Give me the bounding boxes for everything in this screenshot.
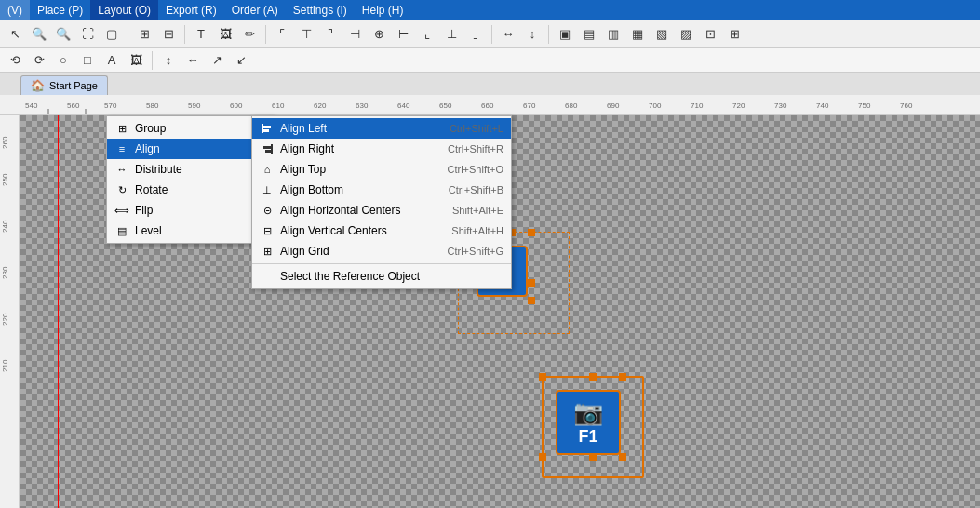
tool-fit[interactable]: ⛶ <box>76 23 99 46</box>
handle-bm-2[interactable] <box>589 453 597 461</box>
distribute-label: Distribute <box>135 163 252 176</box>
tool-more6[interactable]: ▨ <box>675 23 697 46</box>
menu-rotate[interactable]: ↻ Rotate ▶ <box>107 180 273 200</box>
tool-more7[interactable]: ⊡ <box>699 23 721 46</box>
menu-distribute[interactable]: ↔ Distribute ▶ <box>107 159 273 180</box>
align-top-icon: ⌂ <box>260 162 275 177</box>
tool-dist-v[interactable]: ↕ <box>521 23 544 46</box>
menu-layout[interactable]: Layout (O) <box>90 0 158 20</box>
menu-group[interactable]: ⊞ Group ▶ <box>107 118 273 139</box>
sub-tool-3[interactable]: ○ <box>52 49 74 72</box>
tool-align-tc[interactable]: ⊤ <box>295 23 317 46</box>
align-top-item[interactable]: ⌂ Align Top Ctrl+Shift+O <box>252 159 511 180</box>
tool-more2[interactable]: ▤ <box>578 23 600 46</box>
sub-tool-1[interactable]: ⟲ <box>4 49 26 72</box>
svg-text:760: 760 <box>900 101 913 110</box>
sub-tool-7[interactable]: ↕ <box>157 49 180 72</box>
tool-align-mc[interactable]: ⊕ <box>368 23 390 46</box>
tool-more5[interactable]: ▧ <box>651 23 673 46</box>
align-left-item[interactable]: Align Left Ctrl+Shift+L <box>252 118 511 139</box>
handle-tm-2[interactable] <box>589 373 597 381</box>
align-v-center-item[interactable]: ⊟ Align Vertical Centers Shift+Alt+H <box>252 221 511 241</box>
svg-text:580: 580 <box>146 101 159 110</box>
menu-place[interactable]: Place (P) <box>30 0 90 20</box>
tool-align-bc[interactable]: ⊥ <box>440 23 463 46</box>
sub-sep1 <box>152 51 153 70</box>
align-right-label: Align Right <box>280 142 423 155</box>
main-area: 540 560 570 580 590 600 610 620 630 640 … <box>0 95 980 508</box>
menu-help[interactable]: Help (H) <box>355 0 411 20</box>
tool-path[interactable]: ✏ <box>238 23 261 46</box>
start-page-tab[interactable]: 🏠 Start Page <box>20 75 108 95</box>
align-right-item[interactable]: Align Right Ctrl+Shift+R <box>252 139 511 159</box>
handle-br-1[interactable] <box>528 297 535 304</box>
rotate-icon: ↻ <box>114 182 129 197</box>
tool-ungroup[interactable]: ⊟ <box>157 23 180 46</box>
tool-group[interactable]: ⊞ <box>133 23 155 46</box>
align-left-icon <box>260 121 275 136</box>
tool-pointer[interactable]: ↖ <box>4 23 26 46</box>
align-h-center-item[interactable]: ⊝ Align Horizontal Centers Shift+Alt+E <box>252 200 511 221</box>
sub-tool-5[interactable]: A <box>101 49 123 72</box>
align-bottom-item[interactable]: ⊥ Align Bottom Ctrl+Shift+B <box>252 180 511 200</box>
sub-tool-8[interactable]: ↔ <box>181 49 204 72</box>
align-top-label: Align Top <box>280 163 423 176</box>
align-h-center-icon: ⊝ <box>260 203 275 218</box>
sub-tool-10[interactable]: ↙ <box>230 49 252 72</box>
menu-bar: (V) Place (P) Layout (O) Export (R) Orde… <box>0 0 980 20</box>
tool-align-br[interactable]: ⌟ <box>464 23 487 46</box>
handle-bl-2[interactable] <box>539 453 546 461</box>
handle-br-2[interactable] <box>619 453 626 461</box>
sub-tool-6[interactable]: 🖼 <box>125 49 147 72</box>
tool-align-tl[interactable]: ⌜ <box>271 23 293 46</box>
tool-more1[interactable]: ▣ <box>554 23 576 46</box>
tool-image[interactable]: 🖼 <box>214 23 236 46</box>
menu-level[interactable]: ▤ Level ▶ <box>107 221 273 241</box>
tool-align-mr[interactable]: ⊢ <box>392 23 414 46</box>
align-grid-item[interactable]: ⊞ Align Grid Ctrl+Shift+G <box>252 241 511 261</box>
align-top-shortcut: Ctrl+Shift+O <box>428 164 503 175</box>
rotate-label: Rotate <box>135 183 252 196</box>
tool-zoom-in[interactable]: 🔍 <box>28 23 50 46</box>
menu-export[interactable]: Export (R) <box>158 0 224 20</box>
svg-rect-35 <box>271 144 273 154</box>
tool-align-bl[interactable]: ⌞ <box>416 23 438 46</box>
tool-dist-h[interactable]: ↔ <box>497 23 519 46</box>
svg-text:690: 690 <box>607 101 620 110</box>
sub-tool-9[interactable]: ↗ <box>206 49 228 72</box>
handle-tl-2[interactable] <box>539 373 546 381</box>
layout-dropdown: ⊞ Group ▶ ≡ Align ▶ ↔ Distribute ▶ ↻ Rot… <box>106 115 274 244</box>
tool-more8[interactable]: ⊞ <box>723 23 745 46</box>
menu-v[interactable]: (V) <box>0 0 30 20</box>
tool-align-tr[interactable]: ⌝ <box>319 23 342 46</box>
svg-text:620: 620 <box>314 101 327 110</box>
align-left-shortcut: Ctrl+Shift+L <box>431 123 503 134</box>
align-sep <box>252 263 511 264</box>
tool-select[interactable]: ▢ <box>101 23 123 46</box>
align-menu-icon: ≡ <box>114 141 129 156</box>
menu-flip[interactable]: ⟺ Flip ▶ <box>107 200 273 221</box>
align-bottom-icon: ⊥ <box>260 182 275 197</box>
tool-text[interactable]: T <box>190 23 212 46</box>
svg-text:730: 730 <box>774 101 787 110</box>
align-h-center-shortcut: Shift+Alt+E <box>434 205 503 216</box>
tool-more4[interactable]: ▦ <box>626 23 649 46</box>
handle-tr-2[interactable] <box>619 373 626 381</box>
tab-bar: 🏠 Start Page <box>0 73 980 95</box>
sub-tool-2[interactable]: ⟳ <box>28 49 50 72</box>
menu-order[interactable]: Order (A) <box>224 0 286 20</box>
menu-align[interactable]: ≡ Align ▶ <box>107 139 273 159</box>
tool-align-ml[interactable]: ⊣ <box>343 23 366 46</box>
align-bottom-label: Align Bottom <box>280 183 424 196</box>
align-submenu: Align Left Ctrl+Shift+L Align Right Ctrl… <box>251 115 512 289</box>
handle-mr-1[interactable] <box>528 279 535 287</box>
menu-settings[interactable]: Settings (I) <box>286 0 355 20</box>
level-icon: ▤ <box>114 223 129 238</box>
canvas-object-2[interactable]: 📷 F1 <box>556 390 621 455</box>
handle-tr-1[interactable] <box>528 229 535 236</box>
sub-tool-4[interactable]: □ <box>76 49 99 72</box>
ruler-vertical: 260 250 240 230 220 210 <box>0 115 20 508</box>
tool-zoom-out[interactable]: 🔍 <box>52 23 74 46</box>
select-ref-item[interactable]: Select the Reference Object <box>252 266 511 287</box>
tool-more3[interactable]: ▥ <box>602 23 624 46</box>
